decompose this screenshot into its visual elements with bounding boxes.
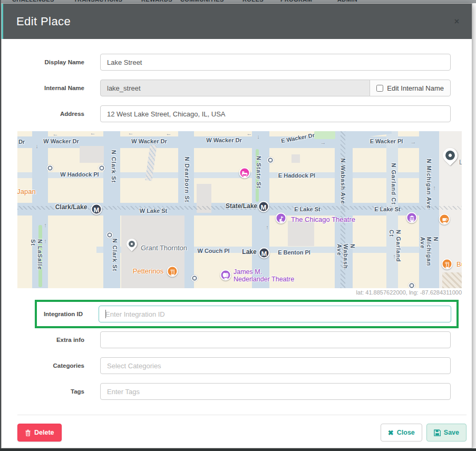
map-street-label: N Michigan Ave xyxy=(419,237,439,271)
nav-item-program[interactable]: PROGRAM xyxy=(280,0,312,3)
bus-stop-icon[interactable] xyxy=(409,282,415,289)
traffic-direction-arrow-icon: ← xyxy=(90,131,96,136)
map-street-label: N LaSalle St xyxy=(30,239,43,272)
edit-internal-name-label: Edit Internal Name xyxy=(387,84,444,92)
save-button[interactable]: Save xyxy=(426,424,467,442)
map-street-label: N Garland Ct xyxy=(388,230,401,269)
map-park xyxy=(314,131,335,139)
map-street-label: N Clark St xyxy=(112,239,119,272)
tags-row: Tags xyxy=(16,383,451,400)
traffic-direction-arrow-icon: ↓ xyxy=(35,143,38,149)
traffic-direction-arrow-icon: ← xyxy=(53,131,59,137)
integration-id-input[interactable] xyxy=(99,306,451,322)
map-street-label: W Couch Pl xyxy=(197,248,229,254)
save-button-label: Save xyxy=(444,429,459,436)
bus-stop-icon[interactable] xyxy=(267,157,274,164)
music-marker-icon[interactable] xyxy=(276,213,287,224)
map-street-label: W Haddock Pl xyxy=(60,171,99,178)
edit-place-modal: Edit Place × Display Name Internal Name … xyxy=(1,3,472,448)
map-street-label: E Haddock Pl xyxy=(278,172,315,179)
close-button[interactable]: ✖ Close xyxy=(381,424,422,442)
address-row: Address xyxy=(16,105,451,122)
traffic-direction-arrow-icon: ↓ xyxy=(257,133,260,140)
restaurant-marker-icon[interactable] xyxy=(167,266,178,277)
bus-stop-icon[interactable] xyxy=(106,232,113,239)
nav-item-admin[interactable]: ADMIN xyxy=(337,0,357,3)
traffic-direction-arrow-icon: ↑ xyxy=(433,184,436,191)
integration-id-highlight: Integration ID xyxy=(35,300,459,328)
bus-stop-icon[interactable] xyxy=(99,165,105,172)
integration-id-row: Integration ID xyxy=(42,306,451,322)
integration-id-label: Integration ID xyxy=(42,306,83,317)
extra-info-label: Extra info xyxy=(16,331,84,343)
display-name-input[interactable] xyxy=(100,54,451,71)
modal-title: Edit Place xyxy=(16,15,71,28)
modal-header: Edit Place × xyxy=(2,4,472,39)
map-bld xyxy=(288,221,314,246)
map-bld xyxy=(442,272,462,288)
bus-stop-icon[interactable] xyxy=(47,165,54,172)
address-label: Address xyxy=(16,105,84,117)
map[interactable]: DrW Wacker DrW Wacker DrW Wacker DrE Wac… xyxy=(17,131,462,288)
edit-internal-name-checkbox[interactable] xyxy=(376,85,383,92)
nav-item-communities[interactable]: COMMUNITIES xyxy=(180,0,224,3)
extra-info-input[interactable] xyxy=(100,331,451,348)
map-street-label: N Michigan Ave xyxy=(426,159,433,209)
categories-input[interactable] xyxy=(100,357,451,374)
landmark-marker-icon[interactable] xyxy=(406,212,417,223)
coffee-marker-icon[interactable] xyxy=(439,214,450,225)
nav-item-challenges[interactable]: CHALLENGES xyxy=(12,0,54,3)
traffic-direction-arrow-icon: → xyxy=(411,139,416,145)
delete-button[interactable]: Delete xyxy=(17,424,62,442)
map-street-label: Clark/Lake xyxy=(55,204,88,211)
map-street-label: State/Lake xyxy=(226,203,257,210)
map-street-label: E Wacker Pl xyxy=(370,138,403,145)
map-street-label: N Wabash Ave xyxy=(336,244,356,273)
map-poi-label: Petterinos xyxy=(133,268,164,276)
restaurant-marker-icon[interactable] xyxy=(442,259,453,270)
trash-icon xyxy=(25,429,31,436)
nav-item-transactions[interactable]: TRANSACTIONS xyxy=(74,0,122,3)
extra-info-row: Extra info xyxy=(16,331,451,348)
map-street-label: Lake xyxy=(242,249,256,256)
map-poi-label: Bu xyxy=(456,261,462,269)
map-street-label: N Garland Ct xyxy=(391,163,397,204)
page-bottom-edge xyxy=(0,448,476,451)
nav-item-rewards[interactable]: REWARDS xyxy=(141,0,172,3)
map-street-label: W Lake St xyxy=(140,208,168,214)
traffic-direction-arrow-icon: ↑ xyxy=(393,253,396,259)
map-poi-label: Grant Thornton xyxy=(141,244,187,252)
map-street-label: N Clark St xyxy=(111,150,118,183)
hotel-marker-icon[interactable] xyxy=(239,168,250,179)
metro-station-icon[interactable]: M xyxy=(91,204,102,215)
modal-footer: Delete ✖ Close Save xyxy=(17,415,467,442)
edit-internal-name-addon[interactable]: Edit Internal Name xyxy=(370,80,451,96)
traffic-direction-arrow-icon: ← xyxy=(128,131,134,136)
map-poi-label: James M. Nederlander Theatre xyxy=(234,268,294,283)
map-bld xyxy=(292,154,300,163)
map-street-label: E Benton Pl xyxy=(278,249,310,256)
text-caret xyxy=(105,310,106,318)
map-coordinates: lat: 41.8857622000, lng: -87.6284311000 xyxy=(17,289,462,296)
bus-stop-icon[interactable] xyxy=(191,275,198,282)
close-icon[interactable]: × xyxy=(454,17,459,26)
traffic-direction-arrow-icon: ↑ xyxy=(44,238,47,244)
traffic-direction-arrow-icon: ↑ xyxy=(44,222,47,228)
categories-label: Categories xyxy=(16,357,84,369)
map-poi-label: The Chicago Theatre xyxy=(291,216,355,224)
metro-station-icon[interactable]: M xyxy=(259,248,270,259)
map-street-label: Dr xyxy=(18,139,25,145)
tags-label: Tags xyxy=(16,383,84,395)
display-name-label: Display Name xyxy=(16,54,84,65)
display-name-row: Display Name xyxy=(16,54,451,71)
address-input[interactable] xyxy=(100,105,451,122)
traffic-direction-arrow-icon: ↑ xyxy=(266,224,269,230)
tags-input[interactable] xyxy=(100,383,451,400)
map-street-label: N State St xyxy=(256,156,263,189)
delete-button-label: Delete xyxy=(34,429,54,436)
metro-station-icon[interactable]: M xyxy=(258,201,269,212)
modal-body: Display Name Internal Name Edit Internal… xyxy=(2,39,472,442)
nav-item-roles[interactable]: ROLES xyxy=(242,0,264,3)
map-street-label: E Lake St xyxy=(374,206,401,213)
theater-marker-icon[interactable] xyxy=(220,270,231,281)
